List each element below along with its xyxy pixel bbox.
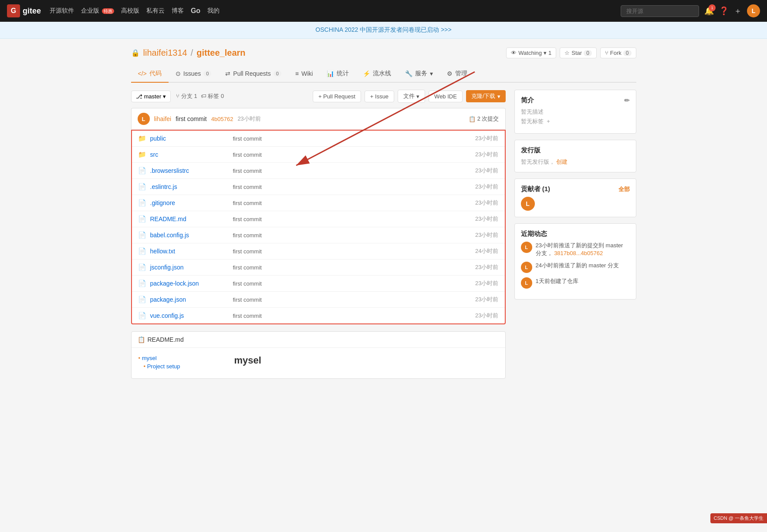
tab-code[interactable]: </> 代码 [131,65,169,83]
file-section: ⎇ master ▾ ⑂ 分支 1 🏷 标签 0 [131,90,506,379]
file-row[interactable]: 📄 package-lock.json first commit 23小时前 [132,276,505,292]
file-name[interactable]: .gitignore [150,199,229,206]
nav-enterprise[interactable]: 企业版 特惠 [81,7,114,15]
tab-manage[interactable]: ⚙ 管理 [440,65,474,83]
logo[interactable]: G gitee [7,4,41,17]
file-name[interactable]: babel.config.js [150,232,229,239]
star-label: Star [571,50,582,56]
announcement-banner[interactable]: OSCHINA 2022 中国开源开发者问卷现已启动 >>> [0,22,767,39]
file-name[interactable]: package-lock.json [150,280,229,287]
clone-button[interactable]: 克隆/下载 ▾ [466,90,506,102]
all-contributors-link[interactable]: 全部 [618,185,630,193]
file-row[interactable]: 📁 public first commit 23小时前 [132,131,505,147]
user-avatar[interactable]: L [747,4,760,17]
tab-issues[interactable]: ⊙ Issues 0 [169,65,219,83]
file-name[interactable]: jsconfig.json [150,264,229,271]
file-name[interactable]: public [150,135,229,142]
file-icon: 📄 [138,167,146,175]
commit-author-avatar[interactable]: L [138,113,150,125]
file-row[interactable]: 📄 jsconfig.json first commit 23小时前 [132,259,505,276]
file-row[interactable]: 📁 src first commit 23小时前 [132,147,505,163]
file-icon: 📄 [138,247,146,255]
release-title: 发行版 [521,146,630,155]
activity-text: 23小时前推送了新的提交到 master 分支， 3817b08...4b057… [536,242,630,257]
activity-avatar[interactable]: L [521,242,532,253]
file-row[interactable]: 📄 vue.config.js first commit 23小时前 [132,308,505,323]
file-row[interactable]: 📄 .gitignore first commit 23小时前 [132,195,505,211]
file-name[interactable]: .eslintrc.js [150,183,229,190]
file-name[interactable]: .browserslistrc [150,167,229,174]
notification-count: 1 [709,4,716,11]
logo-text: gitee [23,7,41,16]
activity-avatar[interactable]: L [521,262,532,273]
commit-author-name[interactable]: lihaifei [154,115,172,122]
commit-info-bar: L lihaifei first commit 4b05762 23小时前 📋 … [131,108,506,130]
tab-pipeline[interactable]: ⚡ 流水线 [356,65,398,83]
toc-item[interactable]: mysel [139,355,226,361]
activity-item: L 24小时前推送了新的 master 分支 [521,262,630,273]
fork-button[interactable]: ⑂ Fork 0 [600,47,636,58]
activity-text: 24小时前推送了新的 master 分支 [536,262,619,269]
star-button[interactable]: ☆ Star 0 [560,47,597,58]
toc-sub-link[interactable]: Project setup [147,363,180,370]
file-name[interactable]: hellow.txt [150,248,229,255]
contributor-avatar[interactable]: L [521,197,535,211]
no-release-text: 暂无发行版， [521,158,555,165]
file-row[interactable]: 📄 .eslintrc.js first commit 23小时前 [132,179,505,195]
pull-request-button[interactable]: + Pull Request [313,91,361,102]
branch-selector[interactable]: ⎇ master ▾ [131,91,171,102]
file-button[interactable]: 文件 ▾ [398,90,425,103]
nav-private[interactable]: 私有云 [146,7,165,15]
watch-count: 1 [548,50,551,56]
nav-go[interactable]: Go [191,7,200,15]
commit-count-text: 2 次提交 [477,115,499,123]
repo-name[interactable]: gittee_learn [196,48,245,58]
file-name[interactable]: README.md [150,215,229,222]
file-commit-msg: first commit [233,168,471,174]
help-icon[interactable]: ❓ [719,6,729,16]
toc-sub-item[interactable]: Project setup [139,363,226,370]
issue-button[interactable]: + Issue [365,91,394,102]
nav-opensource[interactable]: 开源软件 [50,7,74,15]
tab-services[interactable]: 🔧 服务 ▾ [398,65,440,83]
activity-avatar[interactable]: L [521,277,532,289]
file-row[interactable]: 📄 README.md first commit 23小时前 [132,211,505,227]
file-name[interactable]: src [150,151,229,158]
file-name[interactable]: package.json [150,296,229,303]
file-row[interactable]: 📄 babel.config.js first commit 23小时前 [132,227,505,243]
tab-wiki[interactable]: ≡ Wiki [288,65,320,83]
activity-commit-link[interactable]: 3817b08...4b05762 [554,250,603,256]
commit-count[interactable]: 📋 2 次提交 [469,115,499,123]
edit-icon[interactable]: ✏ [624,97,630,104]
tab-pullrequests[interactable]: ⇄ Pull Requests 0 [218,65,288,83]
repo-header: 🔒 lihaifei1314 / gittee_learn 👁 Watching… [131,47,636,58]
webide-button[interactable]: Web IDE [429,91,463,102]
tab-stats[interactable]: 📊 统计 [320,65,356,83]
branch-dropdown-icon: ▾ [163,93,166,100]
repo-actions: 👁 Watching ▾ 1 ☆ Star 0 ⑂ Fork 0 [506,47,636,58]
toc-link[interactable]: mysel [142,355,157,361]
watch-button[interactable]: 👁 Watching ▾ 1 [506,47,556,58]
nav-mine[interactable]: 我的 [207,7,220,15]
file-commit-msg: first commit [233,216,471,222]
file-icon: 📄 [138,279,146,287]
nav-blog[interactable]: 博客 [172,7,184,15]
search-input[interactable] [621,5,699,17]
banner-link[interactable]: OSCHINA 2022 中国开源开发者问卷现已启动 >>> [315,26,451,33]
add-tag-icon[interactable]: + [547,118,550,125]
file-icon: 📄 [138,199,146,207]
file-row[interactable]: 📄 package.json first commit 23小时前 [132,292,505,308]
pr-icon: ⇄ [225,70,230,77]
file-name[interactable]: vue.config.js [150,312,229,319]
notification-bell[interactable]: 🔔 1 [704,6,714,16]
file-row[interactable]: 📄 hellow.txt first commit 24小时前 [132,243,505,259]
nav-university[interactable]: 高校版 [121,7,139,15]
file-row[interactable]: 📄 .browserslistrc first commit 23小时前 [132,163,505,179]
file-btn-label: 文件 [403,92,415,100]
issues-icon: ⊙ [176,70,181,77]
create-release-link[interactable]: 创建 [556,158,568,165]
plus-icon[interactable]: ＋ [734,6,742,16]
repo-owner[interactable]: lihaifei1314 [143,48,187,58]
branch-right: + Pull Request + Issue 文件 ▾ Web IDE 克隆/下… [313,90,506,103]
commit-hash[interactable]: 4b05762 [211,116,233,122]
